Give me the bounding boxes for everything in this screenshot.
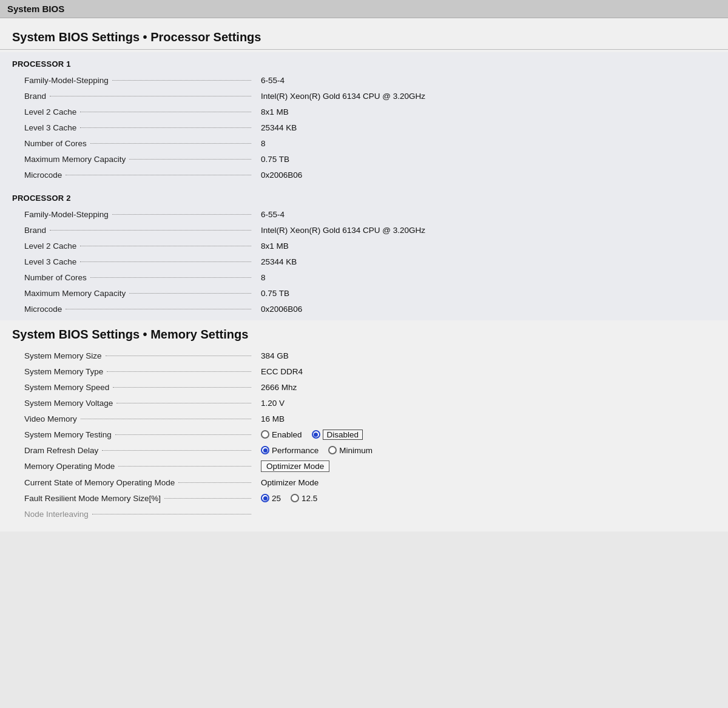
window-title: System BIOS: [0, 0, 728, 18]
content-area: System BIOS Settings • Processor Setting…: [0, 18, 728, 531]
row-value: Optimizer Mode: [255, 478, 716, 487]
radio-item-disabled[interactable]: Disabled: [312, 430, 363, 440]
memory-operating-mode-boxed[interactable]: Optimizer Mode: [261, 460, 329, 472]
row-label: Fault Resilient Mode Memory Size[%]: [24, 494, 255, 503]
radio-circle-minimum[interactable]: [328, 446, 337, 454]
row-label: System Memory Testing: [24, 430, 255, 439]
radio-circle-disabled[interactable]: [312, 430, 320, 439]
table-row: Maximum Memory Capacity 0.75 TB: [0, 151, 728, 167]
row-value: 6-55-4: [255, 76, 716, 85]
memory-settings-header: System BIOS Settings • Memory Settings: [0, 320, 728, 346]
row-value: 8: [255, 139, 716, 148]
radio-item-minimum[interactable]: Minimum: [328, 446, 372, 455]
table-row: Node Interleaving: [0, 506, 728, 522]
memory-section: System Memory Size 384 GB System Memory …: [0, 346, 728, 525]
row-label: System Memory Type: [24, 367, 255, 376]
fault-resilient-options: 25 12.5: [255, 494, 716, 503]
table-row: Level 2 Cache 8x1 MB: [0, 104, 728, 120]
row-value: 0.75 TB: [255, 289, 716, 298]
radio-group: Performance Minimum: [261, 446, 716, 455]
radio-item-12-5[interactable]: 12.5: [291, 494, 317, 503]
table-row: Microcode 0x2006B06: [0, 301, 728, 317]
row-label: Maximum Memory Capacity: [24, 155, 255, 164]
row-label: Brand: [24, 92, 255, 101]
table-row: Family-Model-Stepping 6-55-4: [0, 206, 728, 222]
row-label: System Memory Voltage: [24, 399, 255, 408]
processor2-label: PROCESSOR 2: [0, 187, 728, 206]
table-row: System Memory Speed 2666 Mhz: [0, 379, 728, 395]
radio-label-12-5: 12.5: [302, 494, 317, 503]
row-label: Number of Cores: [24, 139, 255, 148]
radio-circle-enabled[interactable]: [261, 430, 269, 439]
row-label: Dram Refresh Delay: [24, 446, 255, 455]
row-value: 1.20 V: [255, 399, 716, 408]
row-label: Number of Cores: [24, 273, 255, 282]
row-value: 0.75 TB: [255, 155, 716, 164]
row-value: 8: [255, 273, 716, 282]
row-value: 25344 KB: [255, 257, 716, 266]
row-label: Family-Model-Stepping: [24, 210, 255, 219]
page-wrapper: System BIOS System BIOS Settings • Proce…: [0, 0, 728, 708]
processor2-section: PROCESSOR 2 Family-Model-Stepping 6-55-4…: [0, 186, 728, 320]
radio-item-enabled[interactable]: Enabled: [261, 430, 302, 439]
row-label: Brand: [24, 226, 255, 235]
table-row: Brand Intel(R) Xeon(R) Gold 6134 CPU @ 3…: [0, 222, 728, 238]
radio-circle-12-5[interactable]: [291, 494, 299, 502]
radio-group: Enabled Disabled: [261, 430, 716, 440]
table-row: Maximum Memory Capacity 0.75 TB: [0, 285, 728, 301]
row-value: ECC DDR4: [255, 367, 716, 376]
row-value: 2666 Mhz: [255, 383, 716, 392]
row-value: 0x2006B06: [255, 170, 716, 180]
row-label: Memory Operating Mode: [24, 462, 255, 471]
table-row: Dram Refresh Delay Performance Minimum: [0, 442, 728, 458]
row-label: Current State of Memory Operating Mode: [24, 478, 255, 487]
row-label: Microcode: [24, 170, 255, 180]
row-value: Intel(R) Xeon(R) Gold 6134 CPU @ 3.20GHz: [255, 92, 716, 101]
radio-circle-performance[interactable]: [261, 446, 269, 454]
memory-operating-mode-value[interactable]: Optimizer Mode: [255, 460, 716, 472]
table-row: System Memory Size 384 GB: [0, 348, 728, 363]
row-value: 0x2006B06: [255, 305, 716, 314]
radio-item-performance[interactable]: Performance: [261, 446, 318, 455]
table-row: Level 3 Cache 25344 KB: [0, 254, 728, 269]
row-label: Level 2 Cache: [24, 107, 255, 116]
radio-circle-25[interactable]: [261, 494, 269, 502]
table-row: System Memory Testing Enabled Disabled: [0, 426, 728, 442]
table-row: System Memory Voltage 1.20 V: [0, 395, 728, 411]
table-row: Level 2 Cache 8x1 MB: [0, 238, 728, 254]
radio-label-disabled: Disabled: [323, 430, 363, 440]
row-value: 25344 KB: [255, 123, 716, 132]
table-row: Microcode 0x2006B06: [0, 167, 728, 183]
row-value: 384 GB: [255, 351, 716, 360]
row-label: System Memory Size: [24, 351, 255, 360]
table-row: Level 3 Cache 25344 KB: [0, 120, 728, 135]
radio-label-25: 25: [272, 494, 281, 503]
row-label: Level 3 Cache: [24, 123, 255, 132]
row-value: Intel(R) Xeon(R) Gold 6134 CPU @ 3.20GHz: [255, 226, 716, 235]
table-row: System Memory Type ECC DDR4: [0, 363, 728, 379]
table-row: Fault Resilient Mode Memory Size[%] 25 1…: [0, 490, 728, 506]
row-value: 8x1 MB: [255, 107, 716, 116]
row-label: Level 3 Cache: [24, 257, 255, 266]
row-label: Microcode: [24, 305, 255, 314]
row-label: System Memory Speed: [24, 383, 255, 392]
radio-label-enabled: Enabled: [272, 430, 302, 439]
row-label: Maximum Memory Capacity: [24, 289, 255, 298]
processor-settings-header: System BIOS Settings • Processor Setting…: [0, 24, 728, 50]
dram-refresh-options: Performance Minimum: [255, 446, 716, 455]
table-row: Number of Cores 8: [0, 269, 728, 285]
row-label: Level 2 Cache: [24, 241, 255, 251]
radio-label-minimum: Minimum: [339, 446, 372, 455]
table-row: Brand Intel(R) Xeon(R) Gold 6134 CPU @ 3…: [0, 88, 728, 104]
table-row: Family-Model-Stepping 6-55-4: [0, 72, 728, 88]
processor1-label: PROCESSOR 1: [0, 53, 728, 72]
table-row: Number of Cores 8: [0, 135, 728, 151]
row-label: Family-Model-Stepping: [24, 76, 255, 85]
row-label: Video Memory: [24, 414, 255, 423]
table-row: Video Memory 16 MB: [0, 411, 728, 426]
processor1-section: PROCESSOR 1 Family-Model-Stepping 6-55-4…: [0, 52, 728, 186]
table-row: Memory Operating Mode Optimizer Mode: [0, 458, 728, 474]
radio-group: 25 12.5: [261, 494, 716, 503]
row-value: 8x1 MB: [255, 241, 716, 251]
radio-item-25[interactable]: 25: [261, 494, 281, 503]
